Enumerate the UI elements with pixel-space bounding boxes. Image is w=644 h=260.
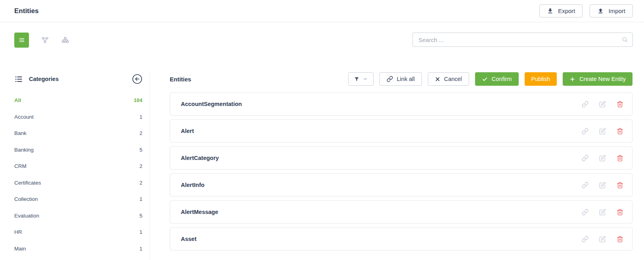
cancel-button[interactable]: Cancel xyxy=(428,72,469,86)
link-entity-button[interactable] xyxy=(582,182,588,189)
link-icon xyxy=(582,101,588,108)
category-item[interactable]: Main 1 xyxy=(14,241,142,257)
categories-header: Categories xyxy=(14,72,142,86)
view-toolbar xyxy=(14,33,633,48)
entity-name: Alert xyxy=(181,128,194,134)
category-label: Main xyxy=(14,246,26,252)
edit-entity-button[interactable] xyxy=(599,236,606,243)
entities-header: Entities xyxy=(170,72,632,86)
edit-entity-button[interactable] xyxy=(599,128,606,135)
list-view-toggle[interactable] xyxy=(14,33,29,48)
delete-entity-button[interactable] xyxy=(617,155,623,162)
collapse-sidebar-button[interactable] xyxy=(132,74,142,84)
edit-entity-button[interactable] xyxy=(599,101,606,108)
category-item[interactable]: Banking 5 xyxy=(14,142,142,158)
create-new-entity-button[interactable]: Create New Entity xyxy=(563,72,632,86)
search-bar xyxy=(412,33,633,47)
category-count: 5 xyxy=(140,213,142,219)
publish-button[interactable]: Publish xyxy=(525,72,557,86)
delete-entity-button[interactable] xyxy=(617,101,623,108)
category-item[interactable]: Collection 1 xyxy=(14,191,142,208)
category-count: 5 xyxy=(140,147,142,153)
upload-icon xyxy=(597,8,604,14)
category-label: Evaluation xyxy=(14,213,39,219)
check-icon xyxy=(482,76,488,82)
trash-icon xyxy=(617,155,623,162)
category-count: 104 xyxy=(134,97,142,103)
category-count: 1 xyxy=(140,114,142,120)
link-all-label: Link all xyxy=(397,76,415,82)
link-icon xyxy=(582,155,588,162)
category-label: Bank xyxy=(14,130,27,136)
edit-entity-button[interactable] xyxy=(599,209,606,216)
publish-label: Publish xyxy=(531,76,550,82)
edit-icon xyxy=(599,209,606,216)
entities-panel: Entities xyxy=(150,72,644,260)
x-icon xyxy=(435,77,440,82)
entity-row: Alert xyxy=(170,119,632,143)
entity-row: Asset xyxy=(170,227,632,250)
link-icon xyxy=(387,76,393,82)
confirm-button[interactable]: Confirm xyxy=(475,72,519,86)
export-button[interactable]: Export xyxy=(539,4,583,17)
entities-actions: Link all Cancel Confirm Publish xyxy=(348,72,632,86)
link-entity-button[interactable] xyxy=(582,128,588,135)
category-count: 2 xyxy=(140,130,142,136)
categories-title: Categories xyxy=(29,76,59,82)
link-icon xyxy=(582,182,588,189)
category-label: Collection xyxy=(14,196,38,202)
entity-row: AccountSegmentation xyxy=(170,92,632,116)
link-entity-button[interactable] xyxy=(582,209,588,216)
filter-icon xyxy=(354,76,360,82)
search-input[interactable] xyxy=(412,33,633,47)
category-item[interactable]: Bank 2 xyxy=(14,125,142,142)
filter-button[interactable] xyxy=(348,72,374,86)
import-button[interactable]: Import xyxy=(590,4,633,17)
edit-entity-button[interactable] xyxy=(599,182,606,189)
search-icon xyxy=(621,36,629,43)
entity-name: AlertMessage xyxy=(181,209,218,215)
entity-row: AlertMessage xyxy=(170,200,632,223)
category-list: All 104 Account 1 Bank 2 Banking 5 xyxy=(14,92,142,257)
trash-icon xyxy=(617,236,623,243)
link-entity-button[interactable] xyxy=(582,101,588,108)
edit-entity-button[interactable] xyxy=(599,155,606,162)
category-item[interactable]: Evaluation 5 xyxy=(14,208,142,224)
edit-icon xyxy=(599,155,606,162)
link-entity-button[interactable] xyxy=(582,155,588,162)
category-item[interactable]: HR 1 xyxy=(14,224,142,241)
categories-sidebar: Categories All 104 Account 1 xyxy=(0,72,150,260)
category-item[interactable]: Account 1 xyxy=(14,109,142,125)
category-label: CRM xyxy=(14,163,27,169)
category-label: HR xyxy=(14,229,22,235)
delete-entity-button[interactable] xyxy=(617,209,623,216)
link-entity-button[interactable] xyxy=(582,236,588,243)
view-toggles xyxy=(14,33,69,48)
category-label: Certificates xyxy=(14,180,41,186)
graph-view-icon xyxy=(41,36,49,44)
category-item[interactable]: Certificates 2 xyxy=(14,175,142,191)
trash-icon xyxy=(617,101,623,108)
bulleted-list-icon xyxy=(14,75,23,84)
category-label: All xyxy=(14,97,21,103)
link-all-button[interactable]: Link all xyxy=(380,72,422,86)
graph-view-toggle[interactable] xyxy=(41,36,49,44)
category-item[interactable]: All 104 xyxy=(14,92,142,109)
category-count: 1 xyxy=(140,246,142,252)
trash-icon xyxy=(617,209,623,216)
category-item[interactable]: CRM 2 xyxy=(14,158,142,175)
edit-icon xyxy=(599,101,606,108)
arrow-left-circle-icon xyxy=(132,74,142,84)
cancel-label: Cancel xyxy=(444,76,462,82)
hierarchy-view-icon xyxy=(61,36,69,44)
trash-icon xyxy=(617,128,623,135)
entity-row-actions xyxy=(582,128,623,135)
topbar-actions: Export Import xyxy=(539,4,633,17)
delete-entity-button[interactable] xyxy=(617,182,623,189)
delete-entity-button[interactable] xyxy=(617,236,623,243)
hierarchy-view-toggle[interactable] xyxy=(61,36,69,44)
entity-row: AlertInfo xyxy=(170,173,632,196)
delete-entity-button[interactable] xyxy=(617,128,623,135)
category-count: 2 xyxy=(140,180,142,186)
chevron-down-icon xyxy=(363,77,368,81)
